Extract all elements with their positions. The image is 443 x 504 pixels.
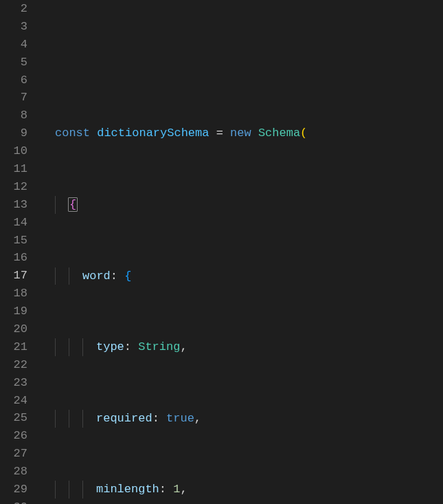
code-line[interactable]: const dictionarySchema = new Schema(	[41, 124, 443, 142]
type-string: String	[138, 340, 180, 353]
brace-open: {	[68, 197, 78, 212]
line-number: 24	[0, 392, 27, 410]
boolean-true: true	[166, 412, 194, 425]
line-number: 14	[0, 214, 27, 232]
keyword-const: const	[55, 127, 90, 140]
line-number: 30	[0, 498, 27, 504]
line-number: 16	[0, 249, 27, 267]
code-editor[interactable]: 2 3 4 5 6 7 8 9 10 11 12 13 14 15 16 17 …	[0, 0, 443, 504]
line-number: 4	[0, 36, 27, 54]
line-number: 13	[0, 196, 27, 214]
line-number: 11	[0, 160, 27, 178]
property-type: type	[96, 340, 124, 353]
line-number: 2	[0, 0, 27, 18]
number-literal: 1	[173, 483, 180, 496]
variable-name: dictionarySchema	[97, 127, 209, 140]
operator: =	[216, 127, 223, 140]
line-number: 7	[0, 89, 27, 107]
line-number: 26	[0, 427, 27, 445]
paren-open: (	[300, 127, 307, 140]
line-number: 17	[0, 267, 27, 285]
code-line[interactable]: {	[41, 196, 443, 214]
line-number: 10	[0, 142, 27, 160]
keyword-new: new	[230, 127, 251, 140]
line-number: 9	[0, 124, 27, 142]
comma: ,	[180, 340, 187, 353]
line-number: 22	[0, 356, 27, 374]
line-number: 19	[0, 303, 27, 320]
line-number: 3	[0, 18, 27, 36]
line-number: 29	[0, 481, 27, 498]
code-line[interactable]: minlength: 1,	[41, 481, 443, 498]
code-line[interactable]	[41, 54, 443, 72]
line-number: 18	[0, 285, 27, 303]
line-number: 6	[0, 72, 27, 89]
code-content[interactable]: const dictionarySchema = new Schema( { w…	[41, 0, 443, 504]
line-number: 23	[0, 374, 27, 392]
comma: ,	[180, 483, 187, 496]
line-number: 27	[0, 445, 27, 463]
code-line[interactable]: required: true,	[41, 410, 443, 428]
line-number: 15	[0, 232, 27, 250]
colon: :	[159, 483, 166, 496]
colon: :	[111, 270, 117, 283]
line-number: 8	[0, 107, 27, 124]
comma: ,	[194, 412, 201, 425]
line-number: 21	[0, 338, 27, 356]
line-number: 25	[0, 409, 27, 427]
code-line[interactable]: type: String,	[41, 338, 443, 356]
line-number-gutter: 2 3 4 5 6 7 8 9 10 11 12 13 14 15 16 17 …	[0, 0, 41, 504]
property-minlength: minlength	[96, 483, 159, 496]
colon: :	[124, 340, 131, 353]
line-number: 20	[0, 320, 27, 338]
colon: :	[152, 412, 159, 425]
line-number: 28	[0, 463, 27, 481]
line-number: 12	[0, 178, 27, 196]
brace-open: {	[124, 270, 131, 283]
property-required: required	[96, 412, 152, 425]
code-line[interactable]: word: {	[41, 267, 443, 285]
line-number: 5	[0, 54, 27, 72]
property-word: word	[82, 270, 111, 283]
class-name: Schema	[258, 127, 300, 140]
